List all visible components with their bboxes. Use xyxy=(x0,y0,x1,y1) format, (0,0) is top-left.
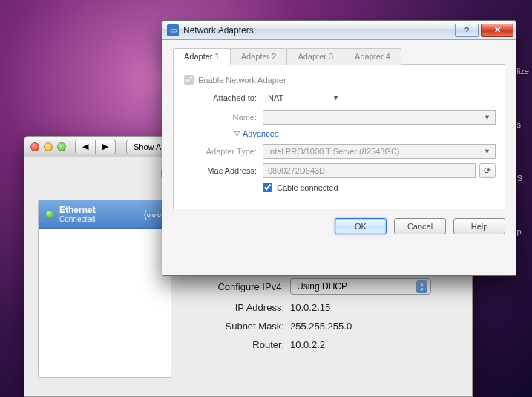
cable-connected-checkbox[interactable] xyxy=(263,183,272,192)
mac-address-label: Mac Address: xyxy=(183,166,257,175)
configure-ipv4-value: Using DHCP xyxy=(297,281,347,292)
dialog-title: Network Adapters xyxy=(183,25,254,36)
sidebar-item-ethernet[interactable]: Ethernet Connected ⟨∘∘∘⟩ xyxy=(39,200,171,229)
router-value: 10.0.2.2 xyxy=(290,339,439,350)
dropdown-caret-icon: ▼ xyxy=(484,114,490,121)
chevron-left-icon: ◀ xyxy=(82,142,88,151)
win-body: Adapter 1 Adapter 2 Adapter 3 Adapter 4 … xyxy=(162,40,516,243)
select-arrows-icon: ▴▾ xyxy=(416,280,427,293)
close-icon: ✕ xyxy=(494,25,501,35)
help-button[interactable]: Help xyxy=(453,218,505,234)
minimize-button[interactable] xyxy=(44,142,53,151)
ethernet-texts: Ethernet Connected xyxy=(59,205,137,223)
cancel-label: Cancel xyxy=(407,222,433,231)
regenerate-mac-button[interactable]: ⟳ xyxy=(479,163,496,178)
location-label: Lo xyxy=(38,168,171,179)
disclosure-triangle-icon: ▽ xyxy=(234,130,240,137)
enable-adapter-checkbox[interactable] xyxy=(184,75,194,85)
enable-adapter-label: Enable Network Adapter xyxy=(198,76,286,85)
ethernet-port-icon: ⟨∘∘∘⟩ xyxy=(143,209,163,220)
tab-label: Adapter 1 xyxy=(184,52,220,61)
win-controls: ? ✕ xyxy=(455,24,516,37)
name-select: ▼ xyxy=(263,110,496,125)
adapter-type-value: Intel PRO/1000 T Server (82543GC) xyxy=(268,147,400,156)
ok-label: OK xyxy=(355,222,367,231)
frag-a: lize xyxy=(516,67,532,76)
tab-label: Adapter 3 xyxy=(298,52,333,61)
dropdown-caret-icon: ▼ xyxy=(332,94,339,102)
win-titlebar[interactable]: ▭ Network Adapters ? ✕ xyxy=(162,21,516,40)
refresh-icon: ⟳ xyxy=(484,165,491,176)
forward-button[interactable]: ▶ xyxy=(96,140,116,154)
ip-address-label: IP Address: xyxy=(184,302,284,313)
show-all-label: Show All xyxy=(134,142,165,151)
nav-buttons: ◀ ▶ xyxy=(75,140,116,154)
subnet-mask-label: Subnet Mask: xyxy=(184,321,284,332)
advanced-label: Advanced xyxy=(243,129,279,138)
tabs: Adapter 1 Adapter 2 Adapter 3 Adapter 4 xyxy=(173,47,505,65)
tab-pane: Enable Network Adapter Attached to: NAT … xyxy=(173,65,505,209)
frag-b: s xyxy=(516,120,532,129)
tab-adapter-2[interactable]: Adapter 2 xyxy=(230,48,288,65)
attached-to-select[interactable]: NAT ▼ xyxy=(263,91,344,105)
advanced-disclosure[interactable]: ▽ Advanced xyxy=(234,129,496,138)
attached-to-label: Attached to: xyxy=(183,93,257,102)
tab-adapter-1[interactable]: Adapter 1 xyxy=(173,48,231,65)
help-button[interactable]: ? xyxy=(455,24,479,37)
mac-network-details: Configure IPv4: Using DHCP ▴▾ IP Address… xyxy=(184,278,439,358)
chevron-right-icon: ▶ xyxy=(102,142,108,151)
configure-ipv4-select[interactable]: Using DHCP ▴▾ xyxy=(290,278,431,295)
virtualbox-icon: ▭ xyxy=(167,24,179,36)
frag-c: S xyxy=(516,174,532,183)
status-dot-icon xyxy=(46,211,53,218)
adapter-type-label: Adapter Type: xyxy=(183,147,257,156)
zoom-button[interactable] xyxy=(57,142,66,151)
name-label: Name: xyxy=(183,113,257,122)
mac-address-field[interactable]: 0800272D643D xyxy=(263,163,476,178)
network-adapters-dialog: ▭ Network Adapters ? ✕ Adapter 1 Adapter… xyxy=(162,20,516,276)
ethernet-name: Ethernet xyxy=(59,205,137,215)
frag-d: p xyxy=(516,227,532,236)
configure-ipv4-label: Configure IPv4: xyxy=(184,281,284,292)
close-button[interactable]: ✕ xyxy=(481,24,513,37)
tab-label: Adapter 2 xyxy=(241,52,277,61)
cancel-button[interactable]: Cancel xyxy=(394,218,446,234)
attached-to-value: NAT xyxy=(268,93,283,102)
mac-address-value: 0800272D643D xyxy=(268,166,325,175)
background-text-fragments: lize s S p xyxy=(516,67,532,236)
help-label: Help xyxy=(471,222,488,231)
back-button[interactable]: ◀ xyxy=(75,140,96,154)
cable-connected-label: Cable connected xyxy=(277,183,338,192)
router-label: Router: xyxy=(184,339,284,350)
dropdown-caret-icon: ▼ xyxy=(484,148,490,155)
tab-adapter-4[interactable]: Adapter 4 xyxy=(344,48,401,65)
adapter-type-select: Intel PRO/1000 T Server (82543GC) ▼ xyxy=(263,144,496,159)
ethernet-status: Connected xyxy=(59,215,137,223)
help-icon: ? xyxy=(464,26,469,35)
traffic-lights xyxy=(30,142,66,151)
subnet-mask-value: 255.255.255.0 xyxy=(290,321,439,332)
tab-adapter-3[interactable]: Adapter 3 xyxy=(286,48,344,65)
interface-list: Ethernet Connected ⟨∘∘∘⟩ xyxy=(38,200,171,378)
close-button[interactable] xyxy=(30,142,39,151)
ip-address-value: 10.0.2.15 xyxy=(290,302,439,313)
dialog-buttons: OK Cancel Help xyxy=(173,218,505,234)
ok-button[interactable]: OK xyxy=(335,218,387,234)
tab-label: Adapter 4 xyxy=(355,52,390,61)
